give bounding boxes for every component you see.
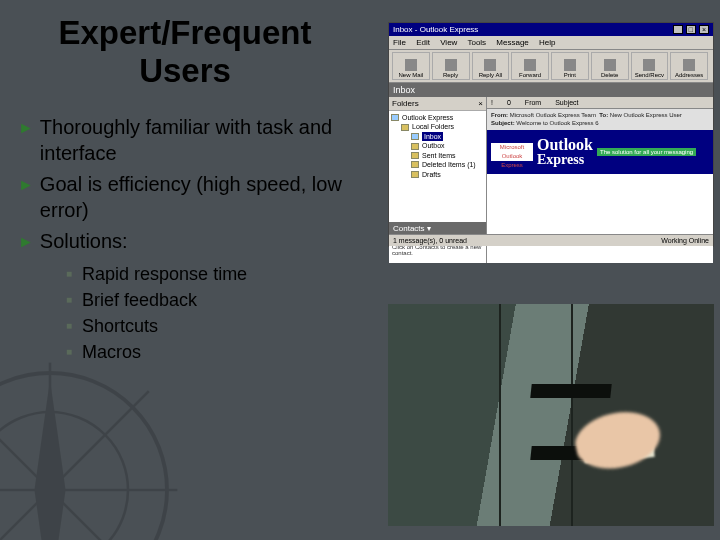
- tree-item: Outbox: [411, 141, 484, 150]
- toolbar-button: Delete: [591, 52, 629, 80]
- meta-from-label: From:: [491, 112, 508, 118]
- toolbar-button: Send/Recv: [631, 52, 669, 80]
- tree-item: Outlook Express: [391, 113, 484, 122]
- bullet-text: Solutions:: [40, 229, 128, 255]
- tree-label: Drafts: [422, 170, 441, 179]
- folders-header: Folders×: [389, 97, 486, 111]
- tree-label: Outlook Express: [402, 113, 453, 122]
- square-icon: ■: [66, 345, 72, 360]
- folder-icon: [401, 124, 409, 131]
- menu-item: Tools: [467, 38, 486, 47]
- sub-bullet-text: Rapid response time: [82, 261, 247, 287]
- tree-item: Sent Items: [411, 151, 484, 160]
- app-window-title: Inbox - Outlook Express: [393, 25, 478, 34]
- drafts-icon: [411, 171, 419, 178]
- arrow-icon: ►: [18, 232, 34, 252]
- title-line-2: Users: [139, 52, 231, 89]
- tree-item: Inbox: [411, 132, 484, 141]
- toolbar-label: Print: [564, 72, 576, 78]
- menu-item: View: [440, 38, 457, 47]
- welcome-banner-left: Microsoft Outlook Express: [491, 143, 533, 161]
- bullet-item: ► Thoroughly familiar with task and inte…: [18, 115, 378, 166]
- close-icon: ×: [699, 25, 709, 34]
- minimize-icon: _: [673, 25, 683, 34]
- app-icon: [391, 114, 399, 121]
- reply-all-icon: [484, 59, 496, 71]
- toolbar-button: Addresses: [670, 52, 708, 80]
- message-meta: From: Microsoft Outlook Express Team To:…: [487, 109, 713, 130]
- atm-slot: [531, 384, 612, 398]
- message-list-header: ! 0 From Subject: [487, 97, 713, 109]
- col-header: From: [525, 99, 541, 106]
- sub-bullet-item: ■ Rapid response time: [66, 261, 378, 287]
- screenshot-outlook-express: Inbox - Outlook Express _ □ × File Edit …: [388, 22, 714, 247]
- meta-to-label: To:: [599, 112, 608, 118]
- toolbar-button: New Mail: [392, 52, 430, 80]
- delete-icon: [604, 59, 616, 71]
- folder-tree: Outlook Express Local Folders Inbox Outb…: [389, 111, 486, 222]
- decorative-compass: [0, 360, 180, 540]
- tree-label: Local Folders: [412, 122, 454, 131]
- toolbar-label: Forward: [519, 72, 541, 78]
- toolbar-button: Forward: [511, 52, 549, 80]
- bullet-text: Thoroughly familiar with task and interf…: [40, 115, 378, 166]
- sent-icon: [411, 152, 419, 159]
- maximize-icon: □: [686, 25, 696, 34]
- app-statusbar: 1 message(s), 0 unread Working Online: [389, 234, 713, 246]
- arrow-icon: ►: [18, 118, 34, 138]
- meta-to: New Outlook Express User: [610, 112, 682, 118]
- app-toolbar: New Mail Reply Reply All Forward Print D…: [389, 50, 713, 83]
- menu-item: Message: [496, 38, 528, 47]
- toolbar-label: New Mail: [399, 72, 424, 78]
- sub-bullet-item: ■ Brief feedback: [66, 287, 378, 313]
- menu-item: File: [393, 38, 406, 47]
- toolbar-label: Reply All: [479, 72, 502, 78]
- sub-bullet-item: ■ Shortcuts: [66, 313, 378, 339]
- slide-content: ► Thoroughly familiar with task and inte…: [18, 115, 378, 365]
- message-body: [487, 174, 713, 263]
- sub-bullet-text: Brief feedback: [82, 287, 197, 313]
- addresses-icon: [683, 59, 695, 71]
- status-left: 1 message(s), 0 unread: [393, 237, 467, 244]
- toolbar-label: Reply: [443, 72, 458, 78]
- close-pane-icon: ×: [478, 99, 483, 108]
- welcome-tagline: The solution for all your messaging: [597, 148, 696, 156]
- welcome-brand: Outlook Express: [537, 136, 593, 167]
- print-icon: [564, 59, 576, 71]
- col-header: Subject: [555, 99, 578, 106]
- toolbar-button: Reply All: [472, 52, 510, 80]
- col-header: !: [491, 99, 493, 106]
- brand-line1: Outlook: [537, 136, 593, 153]
- window-controls: _ □ ×: [672, 25, 709, 34]
- inbox-header-label: Inbox: [393, 85, 415, 95]
- square-icon: ■: [66, 319, 72, 334]
- svg-line-5: [0, 391, 149, 540]
- inbox-header-bar: Inbox: [389, 83, 713, 97]
- bullet-item: ► Solutions:: [18, 229, 378, 255]
- forward-icon: [524, 59, 536, 71]
- mail-icon: [405, 59, 417, 71]
- tree-label: Inbox: [422, 132, 443, 141]
- reply-icon: [445, 59, 457, 71]
- trash-icon: [411, 161, 419, 168]
- screenshot-atm-photo: [388, 304, 714, 526]
- toolbar-button: Print: [551, 52, 589, 80]
- sub-bullet-item: ■ Macros: [66, 339, 378, 365]
- sendrecv-icon: [643, 59, 655, 71]
- menu-item: Help: [539, 38, 555, 47]
- folders-label: Folders: [392, 99, 419, 108]
- square-icon: ■: [66, 293, 72, 308]
- arrow-icon: ►: [18, 175, 34, 195]
- meta-from: Microsoft Outlook Express Team: [510, 112, 596, 118]
- menu-item: Edit: [416, 38, 430, 47]
- toolbar-label: Send/Recv: [635, 72, 664, 78]
- square-icon: ■: [66, 267, 72, 282]
- outbox-icon: [411, 143, 419, 150]
- welcome-banner: Microsoft Outlook Express Outlook Expres…: [487, 130, 713, 174]
- bullet-text: Goal is efficiency (high speed, low erro…: [40, 172, 378, 223]
- tree-label: Outbox: [422, 141, 445, 150]
- meta-subj: Welcome to Outlook Express 6: [516, 120, 598, 126]
- tree-label: Deleted Items (1): [422, 160, 476, 169]
- tree-label: Sent Items: [422, 151, 455, 160]
- toolbar-label: Delete: [601, 72, 618, 78]
